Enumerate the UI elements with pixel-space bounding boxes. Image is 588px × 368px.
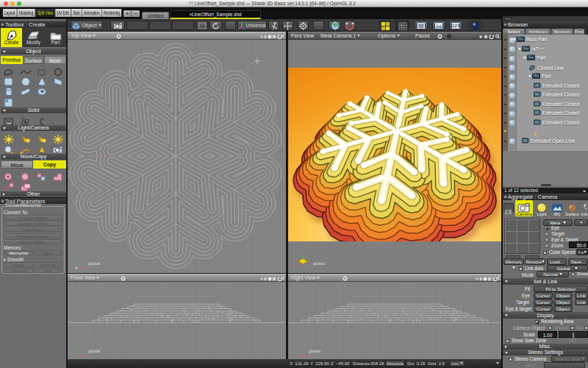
svg-text:123: 123 (452, 24, 460, 29)
